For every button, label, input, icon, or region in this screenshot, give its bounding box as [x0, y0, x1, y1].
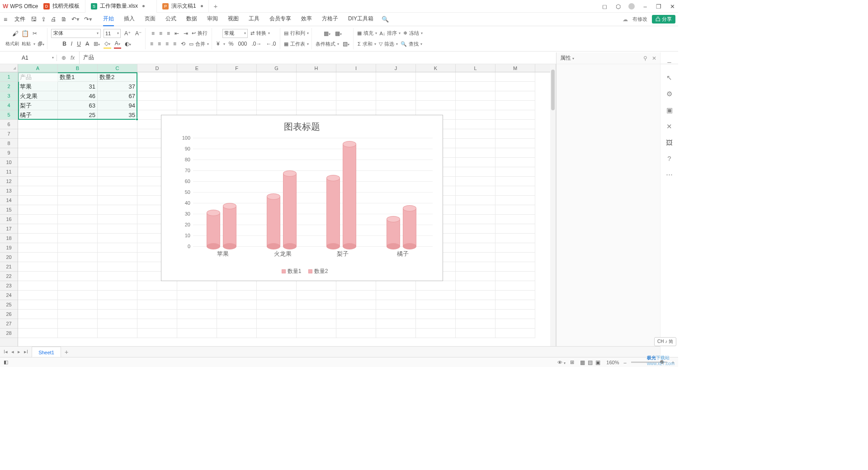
- cell[interactable]: [456, 110, 495, 120]
- row-header[interactable]: 12: [0, 177, 18, 186]
- cell[interactable]: [297, 300, 336, 310]
- cell[interactable]: [217, 291, 257, 300]
- fill-button[interactable]: ▦ 填充▾: [357, 30, 377, 37]
- cell[interactable]: [456, 262, 495, 272]
- cell[interactable]: [177, 82, 217, 91]
- cell[interactable]: [297, 82, 336, 91]
- rail-collapse-icon[interactable]: –: [667, 58, 671, 66]
- cell[interactable]: [18, 205, 58, 215]
- row-header[interactable]: 2: [0, 82, 18, 91]
- cell[interactable]: [58, 158, 98, 167]
- cell[interactable]: [58, 329, 98, 338]
- tab-add-button[interactable]: +: [209, 2, 222, 10]
- row-header[interactable]: 19: [0, 243, 18, 253]
- chart-bar[interactable]: [223, 206, 236, 246]
- decrease-font-icon[interactable]: A⁻: [134, 29, 142, 38]
- tab-diy[interactable]: DIY工具箱: [348, 12, 373, 26]
- cell[interactable]: [456, 329, 495, 338]
- sheet-last-icon[interactable]: ▸I: [24, 349, 28, 355]
- col-header[interactable]: K: [416, 64, 456, 72]
- cell[interactable]: [376, 82, 416, 91]
- cell[interactable]: 94: [98, 101, 137, 110]
- cell[interactable]: 63: [58, 101, 98, 110]
- save-icon[interactable]: 🖫: [31, 16, 37, 23]
- cell[interactable]: [495, 234, 535, 243]
- export-icon[interactable]: ⇪: [41, 16, 46, 23]
- row-header[interactable]: 21: [0, 262, 18, 272]
- cell[interactable]: [495, 167, 535, 177]
- rail-settings-icon[interactable]: ⚙: [666, 90, 672, 98]
- cell[interactable]: [416, 72, 456, 82]
- align-left-icon[interactable]: ≡: [149, 40, 154, 48]
- cell[interactable]: [217, 329, 257, 338]
- cell[interactable]: [58, 196, 98, 205]
- col-header[interactable]: B: [58, 64, 98, 72]
- cell[interactable]: [98, 291, 137, 300]
- cell[interactable]: [18, 158, 58, 167]
- cell[interactable]: [456, 272, 495, 281]
- underline-icon[interactable]: U: [76, 40, 82, 48]
- print-icon[interactable]: 🖨: [51, 16, 57, 23]
- cell[interactable]: [495, 196, 535, 205]
- cell[interactable]: [18, 329, 58, 338]
- cell[interactable]: [495, 72, 535, 82]
- font-select[interactable]: 宋体▾: [51, 29, 101, 38]
- cell[interactable]: [177, 281, 217, 291]
- cell[interactable]: [257, 82, 297, 91]
- cell[interactable]: [98, 300, 137, 310]
- cell[interactable]: [98, 158, 137, 167]
- cell[interactable]: [58, 291, 98, 300]
- cell[interactable]: [495, 139, 535, 148]
- cell[interactable]: [416, 91, 456, 101]
- formula-input[interactable]: 产品: [80, 54, 98, 61]
- cell[interactable]: [336, 310, 376, 319]
- cell[interactable]: [98, 329, 137, 338]
- font-size-select[interactable]: 11▾: [104, 29, 121, 38]
- font-color-icon[interactable]: A▾: [114, 39, 121, 49]
- tab-member[interactable]: 会员专享: [269, 12, 291, 26]
- cell[interactable]: [58, 148, 98, 158]
- cell[interactable]: [58, 120, 98, 129]
- cell[interactable]: [495, 120, 535, 129]
- align-middle-icon[interactable]: ≡: [158, 29, 163, 38]
- cell[interactable]: [217, 281, 257, 291]
- dec-decimal-icon[interactable]: ←.0: [265, 40, 277, 48]
- cell[interactable]: [456, 177, 495, 186]
- inc-decimal-icon[interactable]: .0→: [250, 40, 262, 48]
- cell[interactable]: [456, 167, 495, 177]
- cell[interactable]: [376, 329, 416, 338]
- select-all-corner[interactable]: [0, 64, 18, 72]
- rowscols-button[interactable]: ▤ 行和列▾: [284, 30, 309, 37]
- cell[interactable]: [98, 139, 137, 148]
- cell[interactable]: [137, 300, 177, 310]
- cell[interactable]: [18, 310, 58, 319]
- cell[interactable]: [416, 329, 456, 338]
- cell[interactable]: [257, 319, 297, 329]
- cell[interactable]: [257, 329, 297, 338]
- cell[interactable]: [58, 243, 98, 253]
- col-header[interactable]: D: [137, 64, 177, 72]
- cell[interactable]: [177, 300, 217, 310]
- cell[interactable]: [336, 291, 376, 300]
- col-header[interactable]: F: [217, 64, 257, 72]
- row-header[interactable]: 13: [0, 186, 18, 196]
- cell[interactable]: [416, 310, 456, 319]
- col-header[interactable]: G: [257, 64, 297, 72]
- cell[interactable]: [137, 101, 177, 110]
- cell[interactable]: [58, 186, 98, 196]
- row-header[interactable]: 15: [0, 205, 18, 215]
- cell[interactable]: [18, 148, 58, 158]
- cell[interactable]: [336, 329, 376, 338]
- cell[interactable]: [456, 291, 495, 300]
- cell[interactable]: [137, 72, 177, 82]
- cut-icon[interactable]: ✂: [32, 29, 38, 38]
- cell[interactable]: [177, 72, 217, 82]
- cell[interactable]: [58, 129, 98, 139]
- italic-icon[interactable]: I: [70, 40, 73, 48]
- cell[interactable]: [137, 319, 177, 329]
- cell[interactable]: [376, 101, 416, 110]
- cell[interactable]: [456, 253, 495, 262]
- cell[interactable]: [495, 310, 535, 319]
- cell[interactable]: [495, 272, 535, 281]
- tab-workbook[interactable]: S 工作簿数量.xlsx: [85, 0, 157, 13]
